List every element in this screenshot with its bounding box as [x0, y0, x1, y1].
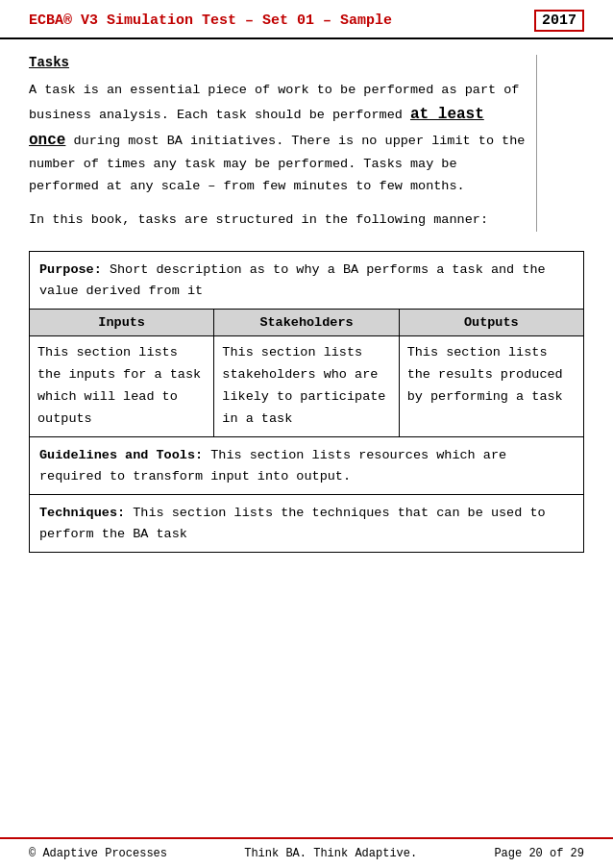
footer-page-number: Page 20 of 29 [494, 847, 584, 860]
techniques-row: Techniques: This section lists the techn… [30, 495, 583, 552]
cell-outputs: This section lists the results produced … [400, 336, 583, 436]
purpose-row: Purpose: Short description as to why a B… [30, 252, 583, 310]
paragraph1-end: during most BA initiatives. There is no … [29, 134, 525, 193]
purpose-label: Purpose: [39, 262, 102, 277]
table-body-row: This section lists the inputs for a task… [30, 336, 583, 437]
tasks-paragraph2: In this book, tasks are structured in th… [29, 210, 527, 232]
right-column [536, 55, 584, 232]
header-inputs: Inputs [30, 310, 214, 335]
page-footer: © Adaptive Processes Think BA. Think Ada… [0, 837, 613, 868]
purpose-text: Short description as to why a BA perform… [39, 262, 546, 298]
header-stakeholders: Stakeholders [214, 310, 399, 335]
techniques-label: Techniques: [39, 506, 125, 520]
table-header-row: Inputs Stakeholders Outputs [30, 310, 583, 336]
left-column: Tasks A task is an essential piece of wo… [29, 55, 536, 232]
tasks-body: A task is an essential piece of work to … [29, 80, 527, 198]
footer-copyright: © Adaptive Processes [29, 847, 167, 860]
task-structure-table: Purpose: Short description as to why a B… [29, 251, 584, 553]
header-year: 2017 [534, 10, 584, 32]
guidelines-row: Guidelines and Tools: This section lists… [30, 437, 583, 495]
page-header: ECBA® V3 Simulation Test – Set 01 – Samp… [0, 0, 613, 39]
page-container: ECBA® V3 Simulation Test – Set 01 – Samp… [0, 0, 613, 868]
tasks-title: Tasks [29, 55, 527, 70]
header-title: ECBA® V3 Simulation Test – Set 01 – Samp… [29, 12, 534, 29]
footer-tagline: Think BA. Think Adaptive. [244, 847, 417, 860]
cell-stakeholders: This section lists stakeholders who are … [214, 336, 399, 436]
cell-inputs: This section lists the inputs for a task… [30, 336, 214, 436]
guidelines-label: Guidelines and Tools: [39, 448, 203, 462]
content-area: Tasks A task is an essential piece of wo… [0, 39, 613, 241]
header-outputs: Outputs [400, 310, 583, 335]
